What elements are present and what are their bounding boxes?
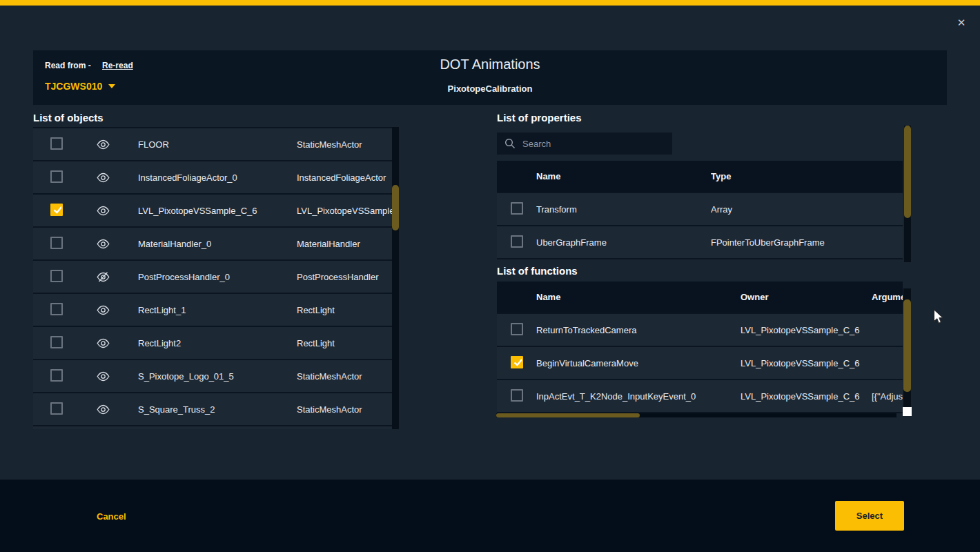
properties-table-header: Name Type bbox=[497, 161, 903, 192]
functions-horizontal-scrollbar-thumb[interactable] bbox=[496, 413, 640, 417]
object-row[interactable]: RectLight2 RectLight bbox=[33, 327, 392, 359]
functions-horizontal-scrollbar[interactable] bbox=[496, 413, 896, 417]
function-name: BeginVirtualCameraMove bbox=[536, 358, 741, 368]
properties-scrollbar-thumb[interactable] bbox=[904, 126, 911, 218]
row-checkbox[interactable] bbox=[50, 369, 63, 382]
row-checkbox[interactable] bbox=[50, 137, 63, 150]
dialog-header: Read from - Re-read TJCGWS010 DOT Animat… bbox=[33, 50, 947, 105]
search-input[interactable] bbox=[522, 139, 654, 149]
function-name: ReturnToTrackedCamera bbox=[536, 325, 741, 335]
object-name: LVL_PixotopeVSSample_C_6 bbox=[138, 206, 297, 216]
eye-icon[interactable] bbox=[97, 139, 138, 150]
function-row[interactable]: InpActEvt_T_K2Node_InputKeyEvent_0 LVL_P… bbox=[497, 380, 903, 412]
object-row[interactable]: LVL_PixotopeVSSample_C_6 LVL_PixotopeVSS… bbox=[33, 195, 392, 226]
cancel-button[interactable]: Cancel bbox=[97, 511, 126, 522]
mouse-cursor bbox=[933, 309, 943, 325]
functions-scrollbar-thumb[interactable] bbox=[903, 299, 911, 392]
functions-table-header: Name Owner Arguments bbox=[497, 282, 903, 313]
object-type: MaterialHandler bbox=[297, 239, 392, 249]
functions-table: Name Owner Arguments ReturnToTrackedCame… bbox=[497, 282, 903, 413]
row-checkbox[interactable] bbox=[50, 237, 63, 249]
objects-table: FLOOR StaticMeshActor InstancedFoliageAc… bbox=[33, 127, 399, 429]
property-name: Transform bbox=[536, 204, 711, 215]
object-name: S_Pixotope_Logo_01_5 bbox=[138, 371, 297, 382]
column-header-arguments: Arguments bbox=[872, 292, 903, 302]
row-checkbox[interactable] bbox=[50, 270, 63, 282]
object-name: MaterialHandler_0 bbox=[138, 239, 297, 249]
column-header-type: Type bbox=[711, 171, 903, 181]
properties-scrollbar[interactable] bbox=[904, 126, 911, 262]
top-accent-bar bbox=[0, 0, 980, 6]
row-checkbox[interactable] bbox=[50, 170, 63, 183]
function-owner: LVL_PixotopeVSSample_C_6 bbox=[741, 391, 872, 402]
close-icon[interactable]: ✕ bbox=[954, 15, 969, 30]
function-owner: LVL_PixotopeVSSample_C_6 bbox=[741, 325, 872, 335]
eye-icon[interactable] bbox=[97, 404, 138, 415]
object-type: LVL_PixotopeVSSample_C_6 bbox=[297, 206, 392, 216]
row-checkbox[interactable] bbox=[511, 202, 523, 215]
row-checkbox[interactable] bbox=[50, 303, 63, 315]
column-header-name: Name bbox=[536, 292, 741, 302]
search-icon bbox=[504, 138, 516, 149]
function-row[interactable]: ReturnToTrackedCamera LVL_PixotopeVSSamp… bbox=[497, 314, 903, 346]
row-checkbox[interactable] bbox=[50, 204, 63, 216]
object-type: RectLight bbox=[297, 338, 392, 348]
object-name: InstancedFoliageActor_0 bbox=[138, 172, 297, 183]
function-arguments: [{"Adjus bbox=[872, 391, 903, 402]
scrollbar-corner bbox=[903, 407, 912, 416]
object-row[interactable]: MaterialHandler_0 MaterialHandler bbox=[33, 228, 392, 259]
properties-heading: List of properties bbox=[497, 112, 582, 124]
eye-icon[interactable] bbox=[97, 172, 138, 183]
row-checkbox[interactable] bbox=[50, 402, 63, 415]
object-row[interactable]: S_Square_Truss_2 StaticMeshActor bbox=[33, 393, 392, 425]
page-subtitle: PixotopeCalibration bbox=[33, 83, 947, 94]
eye-icon[interactable] bbox=[97, 206, 138, 216]
object-name: RectLight2 bbox=[138, 338, 297, 348]
column-header-name: Name bbox=[536, 171, 711, 181]
functions-scrollbar[interactable] bbox=[903, 288, 911, 415]
object-row[interactable]: InstancedFoliageActor_0 InstancedFoliage… bbox=[33, 161, 392, 193]
function-name: InpActEvt_T_K2Node_InputKeyEvent_0 bbox=[536, 391, 741, 402]
object-name: RectLight_1 bbox=[138, 305, 297, 315]
property-row[interactable]: UberGraphFrame FPointerToUberGraphFrame bbox=[497, 226, 903, 258]
object-type: InstancedFoliageActor bbox=[297, 172, 392, 183]
object-type: StaticMeshActor bbox=[297, 404, 392, 415]
object-name: S_Square_Truss_2 bbox=[138, 404, 297, 415]
eye-icon[interactable] bbox=[97, 305, 138, 315]
object-name: FLOOR bbox=[138, 139, 297, 150]
property-type: Array bbox=[711, 204, 903, 215]
row-checkbox[interactable] bbox=[511, 389, 523, 402]
dot-animations-dialog: { "colors": { "accent": "#FCBE02", "scro… bbox=[0, 0, 980, 552]
properties-table: Name Type Transform Array UberGraphFrame… bbox=[497, 161, 903, 259]
property-row[interactable]: Transform Array bbox=[497, 193, 903, 225]
row-checkbox[interactable] bbox=[511, 323, 523, 335]
object-row[interactable]: FLOOR StaticMeshActor bbox=[33, 128, 392, 160]
functions-heading: List of functions bbox=[497, 265, 578, 277]
object-name: PostProcessHandler_0 bbox=[138, 272, 297, 282]
object-row[interactable]: S_Pixotope_Logo_01_5 StaticMeshActor bbox=[33, 360, 392, 392]
row-checkbox[interactable] bbox=[511, 356, 523, 368]
page-title: DOT Animations bbox=[33, 57, 947, 72]
eye-off-icon[interactable] bbox=[97, 272, 138, 282]
object-type: StaticMeshActor bbox=[297, 139, 392, 150]
objects-heading: List of objects bbox=[33, 112, 104, 124]
objects-scrollbar[interactable] bbox=[392, 127, 399, 429]
object-row[interactable]: RectLight_1 RectLight bbox=[33, 294, 392, 326]
eye-icon[interactable] bbox=[97, 239, 138, 249]
object-type: StaticMeshActor bbox=[297, 371, 392, 382]
object-type: PostProcessHandler bbox=[297, 272, 392, 282]
object-type: RectLight bbox=[297, 305, 392, 315]
eye-icon[interactable] bbox=[97, 371, 138, 382]
column-header-owner: Owner bbox=[741, 292, 872, 302]
eye-icon[interactable] bbox=[97, 338, 138, 348]
object-row[interactable]: PostProcessHandler_0 PostProcessHandler bbox=[33, 261, 392, 293]
row-checkbox[interactable] bbox=[50, 336, 63, 348]
row-checkbox[interactable] bbox=[511, 235, 523, 248]
objects-scrollbar-thumb[interactable] bbox=[392, 185, 399, 230]
properties-search[interactable] bbox=[497, 132, 672, 155]
function-row[interactable]: BeginVirtualCameraMove LVL_PixotopeVSSam… bbox=[497, 347, 903, 379]
property-name: UberGraphFrame bbox=[536, 237, 711, 248]
function-owner: LVL_PixotopeVSSample_C_6 bbox=[741, 358, 872, 368]
object-row-partial bbox=[33, 426, 392, 429]
select-button[interactable]: Select bbox=[835, 501, 904, 531]
